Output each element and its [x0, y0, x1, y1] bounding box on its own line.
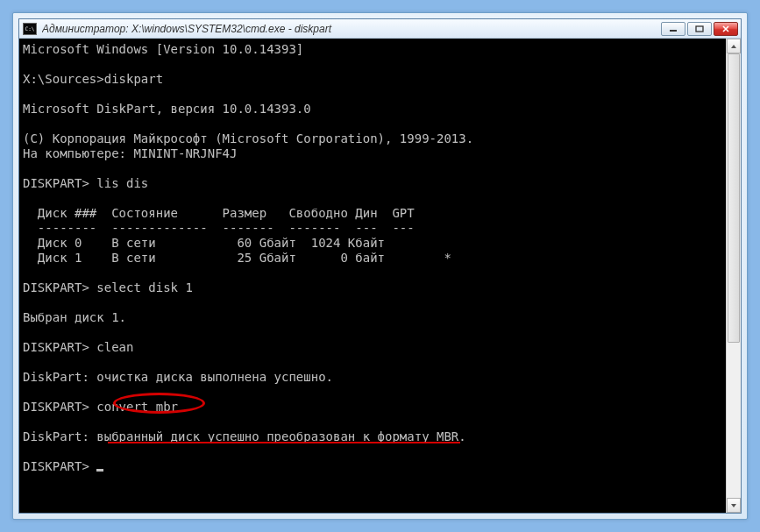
console-line: X:\Sources>diskpart — [23, 72, 163, 86]
console-line: DISKPART> select disk 1 — [23, 280, 193, 294]
window-controls — [661, 22, 738, 36]
console-line: Microsoft Windows [Version 10.0.14393] — [23, 42, 303, 56]
console-output[interactable]: Microsoft Windows [Version 10.0.14393] X… — [19, 39, 725, 513]
console-line: (C) Корпорация Майкрософт (Microsoft Cor… — [23, 131, 473, 145]
console-line: Microsoft DiskPart, версия 10.0.14393.0 — [23, 102, 311, 116]
cmd-icon — [23, 23, 37, 35]
text-cursor — [96, 469, 103, 472]
scroll-track[interactable] — [727, 53, 741, 498]
console-line: DiskPart: очистка диска выполнена успешн… — [23, 370, 333, 384]
console-line: Диск ### Состояние Размер Свободно Дин G… — [23, 206, 415, 220]
window-title: Администратор: X:\windows\SYSTEM32\cmd.e… — [42, 23, 661, 35]
console-line: DISKPART> lis dis — [23, 176, 148, 190]
console-line: DISKPART> convert mbr — [23, 400, 178, 414]
console-line: Выбран диск 1. — [23, 310, 126, 324]
console-line: Диск 0 В сети 60 Gбайт 1024 Kбайт — [23, 236, 385, 250]
outer-frame: Администратор: X:\windows\SYSTEM32\cmd.e… — [12, 12, 748, 520]
close-icon — [721, 25, 730, 32]
svg-rect-0 — [670, 30, 677, 32]
console-line: Диск 1 В сети 25 Gбайт 0 байт * — [23, 251, 451, 265]
minimize-icon — [669, 25, 678, 32]
console-line: DISKPART> — [23, 459, 96, 473]
titlebar[interactable]: Администратор: X:\windows\SYSTEM32\cmd.e… — [19, 19, 741, 39]
maximize-icon — [695, 25, 704, 32]
close-button[interactable] — [714, 22, 738, 36]
svg-rect-1 — [696, 26, 703, 32]
scroll-down-button[interactable] — [727, 498, 741, 513]
console-line: DISKPART> clean — [23, 340, 133, 354]
console-line: DiskPart: выбранный диск успешно преобра… — [23, 429, 466, 443]
scroll-thumb[interactable] — [728, 53, 740, 343]
vertical-scrollbar[interactable] — [726, 39, 741, 513]
console-line: На компьютере: MININT-NRJNF4J — [23, 146, 237, 160]
console-area: Microsoft Windows [Version 10.0.14393] X… — [19, 39, 741, 513]
scroll-up-button[interactable] — [727, 39, 741, 53]
chevron-up-icon — [730, 44, 737, 49]
minimize-button[interactable] — [661, 22, 685, 36]
command-prompt-window: Администратор: X:\windows\SYSTEM32\cmd.e… — [18, 18, 742, 514]
maximize-button[interactable] — [687, 22, 712, 36]
console-line: -------- ------------- ------- ------- -… — [23, 221, 415, 235]
chevron-down-icon — [730, 503, 737, 508]
